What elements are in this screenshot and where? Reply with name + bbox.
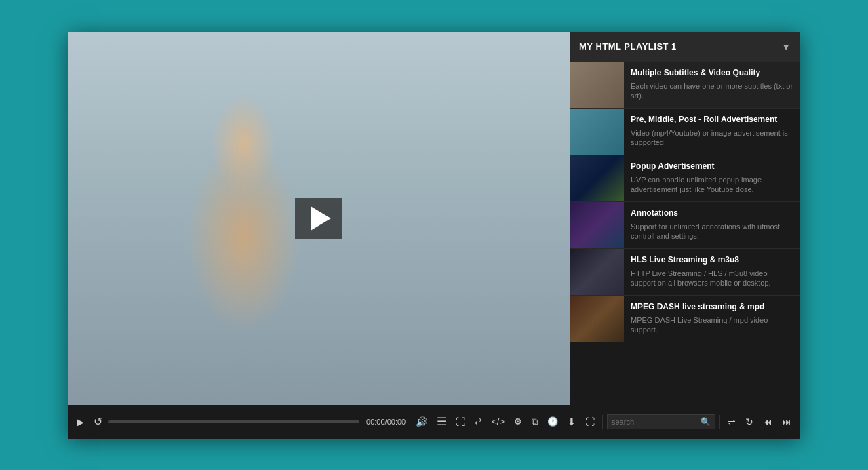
playlist-item[interactable]: Multiple Subtitles & Video Quality Each … xyxy=(570,62,800,109)
playlist-item-desc: HTTP Live Streaming / HLS / m3u8 video s… xyxy=(631,269,793,288)
prev-button[interactable]: ⏮ xyxy=(760,414,776,430)
repeat-button[interactable]: ↻ xyxy=(742,414,757,430)
playlist-header: MY HTML PLAYLIST 1 ▼ xyxy=(570,32,800,62)
play-button[interactable]: ▶ xyxy=(73,414,87,430)
thumb-person-icon xyxy=(570,155,624,201)
rewind-button[interactable]: ↺ xyxy=(90,412,106,431)
download-button[interactable]: ⬇ xyxy=(564,414,579,430)
playlist-item-title: MPEG DASH live streaming & mpd xyxy=(631,302,793,313)
fullscreen-playlist-button[interactable]: ⛶ xyxy=(452,414,469,430)
playlist-title: MY HTML PLAYLIST 1 xyxy=(579,41,677,52)
playlist-item[interactable]: MPEG DASH live streaming & mpd MPEG DASH… xyxy=(570,296,800,342)
thumb-person-icon xyxy=(570,62,624,108)
playlist-toggle-button[interactable]: ☰ xyxy=(433,412,450,431)
playlist-item-info: Multiple Subtitles & Video Quality Each … xyxy=(624,62,800,108)
playlist-items-container[interactable]: Multiple Subtitles & Video Quality Each … xyxy=(570,62,800,405)
playlist-item[interactable]: Popup Advertisement UVP can handle unlim… xyxy=(570,155,800,202)
playlist-item-info: Annotations Support for unlimited annota… xyxy=(624,202,800,248)
playlist-thumb xyxy=(570,249,624,295)
search-wrapper: 🔍 xyxy=(607,414,715,429)
share-button[interactable]: ⇄ xyxy=(471,414,486,429)
playlist-item[interactable]: Pre, Middle, Post - Roll Advertisement V… xyxy=(570,109,800,155)
playlist-thumb xyxy=(570,109,624,155)
playlist-item-desc: UVP can handle unlimited popup image adv… xyxy=(631,175,793,195)
thumb-person-icon xyxy=(570,249,624,295)
playlist-item-title: Popup Advertisement xyxy=(631,161,793,172)
playlist-item-info: Pre, Middle, Post - Roll Advertisement V… xyxy=(624,109,800,155)
player-wrapper: MY HTML PLAYLIST 1 ▼ Multiple Subtitles … xyxy=(68,32,800,439)
playlist-item-desc: MPEG DASH Live Streaming / mpd video sup… xyxy=(631,315,793,335)
pip-button[interactable]: ⧉ xyxy=(528,414,541,430)
playlist-item[interactable]: Annotations Support for unlimited annota… xyxy=(570,202,800,249)
playlist-thumb xyxy=(570,202,624,248)
playlist-item-title: Pre, Middle, Post - Roll Advertisement xyxy=(631,115,793,125)
playlist-thumb xyxy=(570,62,624,108)
playlist-item-info: HLS Live Streaming & m3u8 HTTP Live Stre… xyxy=(624,249,800,295)
main-area: MY HTML PLAYLIST 1 ▼ Multiple Subtitles … xyxy=(68,32,800,405)
playlist-item-title: Multiple Subtitles & Video Quality xyxy=(631,68,793,79)
time-display: 00:00/00:00 xyxy=(362,418,410,426)
playlist-item-title: HLS Live Streaming & m3u8 xyxy=(631,255,793,266)
divider-1 xyxy=(602,415,603,429)
chevron-down-icon[interactable]: ▼ xyxy=(781,41,791,52)
progress-bar[interactable] xyxy=(108,420,359,423)
playlist-thumb xyxy=(570,155,624,201)
playlist-sidebar: MY HTML PLAYLIST 1 ▼ Multiple Subtitles … xyxy=(570,32,800,405)
video-area xyxy=(68,32,570,405)
controls-bar: ▶ ↺ 00:00/00:00 🔊 ☰ ⛶ ⇄ </> ⚙ ⧉ 🕐 ⬇ ⛶ 🔍 … xyxy=(68,405,800,439)
expand-button[interactable]: ⛶ xyxy=(582,414,598,430)
search-input[interactable] xyxy=(612,418,701,426)
playlist-item[interactable]: HLS Live Streaming & m3u8 HTTP Live Stre… xyxy=(570,249,800,296)
next-button[interactable]: ⏭ xyxy=(778,414,795,430)
playlist-item-info: Popup Advertisement UVP can handle unlim… xyxy=(624,155,800,201)
thumb-person-icon xyxy=(570,202,624,248)
divider-2 xyxy=(719,415,720,429)
playlist-item-info: MPEG DASH live streaming & mpd MPEG DASH… xyxy=(624,296,800,342)
shuffle-button[interactable]: ⇌ xyxy=(724,414,739,430)
playlist-thumb xyxy=(570,296,624,342)
search-icon[interactable]: 🔍 xyxy=(701,417,711,427)
embed-button[interactable]: </> xyxy=(488,414,508,429)
thumb-person-icon xyxy=(570,109,624,155)
playlist-item-desc: Each video can have one or more subtitle… xyxy=(631,81,793,101)
play-button-overlay[interactable] xyxy=(295,198,342,239)
volume-button[interactable]: 🔊 xyxy=(412,414,431,430)
settings-button[interactable]: ⚙ xyxy=(511,414,526,429)
thumb-person-icon xyxy=(570,296,624,342)
playlist-item-desc: Support for unlimited annotations with u… xyxy=(631,222,793,241)
playlist-item-title: Annotations xyxy=(631,208,793,219)
playlist-item-desc: Video (mp4/Youtube) or image advertiseme… xyxy=(631,128,793,148)
clock-button[interactable]: 🕐 xyxy=(544,414,561,429)
play-triangle-icon xyxy=(311,206,331,231)
